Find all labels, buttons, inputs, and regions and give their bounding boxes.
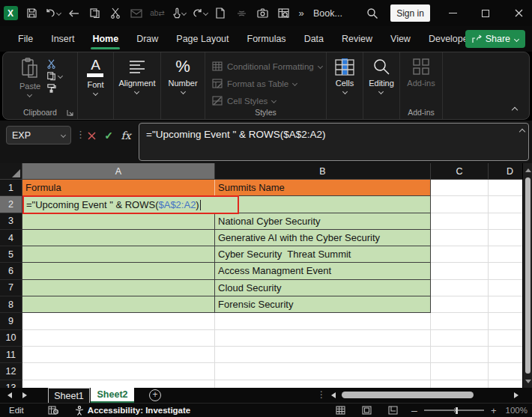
column-header-A[interactable]: A <box>22 163 215 180</box>
name-box[interactable]: EXP <box>6 126 71 144</box>
cell-C11[interactable] <box>431 347 489 363</box>
enter-entry-button[interactable]: ✓ <box>100 127 117 144</box>
paste-button[interactable]: Paste <box>19 58 40 97</box>
row-header-5[interactable]: 5 <box>0 246 22 263</box>
cell-B7[interactable]: Cloud Security <box>215 280 431 296</box>
row-header-8[interactable]: 8 <box>0 296 22 313</box>
cell-A6[interactable] <box>22 263 215 279</box>
zoom-in-button[interactable]: + <box>491 405 497 416</box>
close-button[interactable] <box>507 0 531 26</box>
editing-button[interactable]: Editing <box>369 58 394 94</box>
cell-B6[interactable]: Access Managment Event <box>215 263 431 279</box>
cell-B8[interactable]: Forensic Security <box>215 296 431 313</box>
row-header-13[interactable]: 13 <box>0 380 22 388</box>
format-painter-button[interactable] <box>46 83 62 93</box>
scroll-down-arrow-icon[interactable] <box>525 380 531 383</box>
cell-A9[interactable] <box>22 313 215 329</box>
cell-B1[interactable]: Summits Name <box>215 180 431 196</box>
cell-C10[interactable] <box>431 330 489 347</box>
cut-icon[interactable] <box>105 3 126 24</box>
tab-insert[interactable]: Insert <box>42 26 83 52</box>
cell-A13[interactable] <box>22 380 215 388</box>
row-header-2[interactable]: 2 <box>0 196 22 213</box>
save-icon[interactable] <box>21 3 42 24</box>
column-header-B[interactable]: B <box>215 163 431 180</box>
camera-icon[interactable] <box>252 3 273 24</box>
cell-A4[interactable] <box>22 230 215 246</box>
row-header-4[interactable]: 4 <box>0 230 22 246</box>
lookup-sheet-icon[interactable] <box>273 3 294 24</box>
minimize-button[interactable] <box>441 0 465 26</box>
cell-A8[interactable] <box>22 296 215 313</box>
row-header-12[interactable]: 12 <box>0 363 22 380</box>
tab-data[interactable]: Data <box>295 26 333 52</box>
insert-function-button[interactable]: fx <box>118 127 134 144</box>
cell-B9[interactable] <box>215 313 431 329</box>
vertical-scrollbar[interactable] <box>522 163 532 388</box>
cell-A1[interactable]: Formula <box>22 180 215 196</box>
tab-home[interactable]: Home <box>83 26 127 52</box>
row-header-7[interactable]: 7 <box>0 280 22 296</box>
column-header-C[interactable]: C <box>431 163 489 180</box>
row-header-9[interactable]: 9 <box>0 313 22 329</box>
cell-C3[interactable] <box>431 213 489 230</box>
row-header-6[interactable]: 6 <box>0 263 22 279</box>
cell-C9[interactable] <box>431 313 489 329</box>
row-header-10[interactable]: 10 <box>0 330 22 347</box>
touch-mode-icon[interactable] <box>168 3 189 24</box>
hscroll-right-arrow-icon[interactable] <box>514 392 519 398</box>
cell-C7[interactable] <box>431 280 489 296</box>
cancel-entry-button[interactable] <box>83 127 100 144</box>
conditional-formatting-button[interactable]: Conditional Formatting <box>205 58 326 75</box>
zoom-slider-thumb[interactable] <box>456 407 458 414</box>
alignment-button[interactable]: Alignment <box>119 58 156 94</box>
cell-B12[interactable] <box>215 363 431 380</box>
horizontal-scrollbar-thumb[interactable] <box>342 392 474 398</box>
undo-icon[interactable] <box>42 3 63 24</box>
cell-A7[interactable] <box>22 280 215 296</box>
clipboard-dialog-launcher-icon[interactable] <box>67 109 73 116</box>
cut-button[interactable] <box>46 59 62 69</box>
vertical-scrollbar-thumb[interactable] <box>525 177 531 374</box>
sign-in-button[interactable]: Sign in <box>390 4 430 22</box>
accessibility-status[interactable]: Accessibility: Investigate <box>75 406 190 416</box>
normal-view-icon[interactable] <box>336 406 345 415</box>
formula-input[interactable]: ="Upcoming Event " & ROWS($A$2:A2) <box>139 123 529 161</box>
cell-C6[interactable] <box>431 263 489 279</box>
cell-C12[interactable] <box>431 363 489 380</box>
tab-review[interactable]: Review <box>333 26 381 52</box>
cell-C4[interactable] <box>431 230 489 246</box>
active-cell-a2-editing[interactable]: ="Upcoming Event " & ROWS($A$2:A2) <box>22 195 239 214</box>
cell-C1[interactable] <box>431 180 489 196</box>
collapse-ribbon-chevron-icon[interactable] <box>512 107 518 113</box>
macro-record-icon[interactable] <box>48 406 58 415</box>
search-icon[interactable] <box>362 3 383 24</box>
back-arrow-icon[interactable] <box>63 3 84 24</box>
copy-icon[interactable] <box>84 3 105 24</box>
quick-access-overflow[interactable]: » <box>294 7 309 19</box>
cell-styles-button[interactable]: Cell Styles <box>205 92 326 109</box>
cell-B4[interactable]: Generative AI with the Cyber Security <box>215 230 431 246</box>
cell-C2[interactable] <box>431 196 489 213</box>
sheet-nav-right-icon[interactable] <box>22 392 27 398</box>
tab-file[interactable]: File <box>9 26 42 52</box>
sheet-tab-sheet2[interactable]: Sheet2 <box>91 388 134 403</box>
cell-B10[interactable] <box>215 330 431 347</box>
copy-button[interactable] <box>46 71 62 81</box>
cell-B13[interactable] <box>215 380 431 388</box>
maximize-button[interactable] <box>474 0 498 26</box>
number-button[interactable]: % Number <box>168 58 197 94</box>
scroll-up-arrow-icon[interactable] <box>525 168 531 172</box>
zoom-level[interactable]: 100% <box>506 406 528 415</box>
tab-page-layout[interactable]: Page Layout <box>167 26 238 52</box>
tab-draw[interactable]: Draw <box>127 26 167 52</box>
sheet-bar-dots-icon[interactable]: ⋮ <box>317 389 326 400</box>
hscroll-left-arrow-icon[interactable] <box>331 392 336 398</box>
row-header-1[interactable]: 1 <box>0 180 22 196</box>
tab-view[interactable]: View <box>381 26 420 52</box>
cell-B2[interactable] <box>215 196 431 213</box>
cell-A10[interactable] <box>22 330 215 347</box>
cell-C13[interactable] <box>431 380 489 388</box>
share-button[interactable]: Share <box>465 30 525 48</box>
zoom-out-button[interactable]: – <box>411 404 417 416</box>
